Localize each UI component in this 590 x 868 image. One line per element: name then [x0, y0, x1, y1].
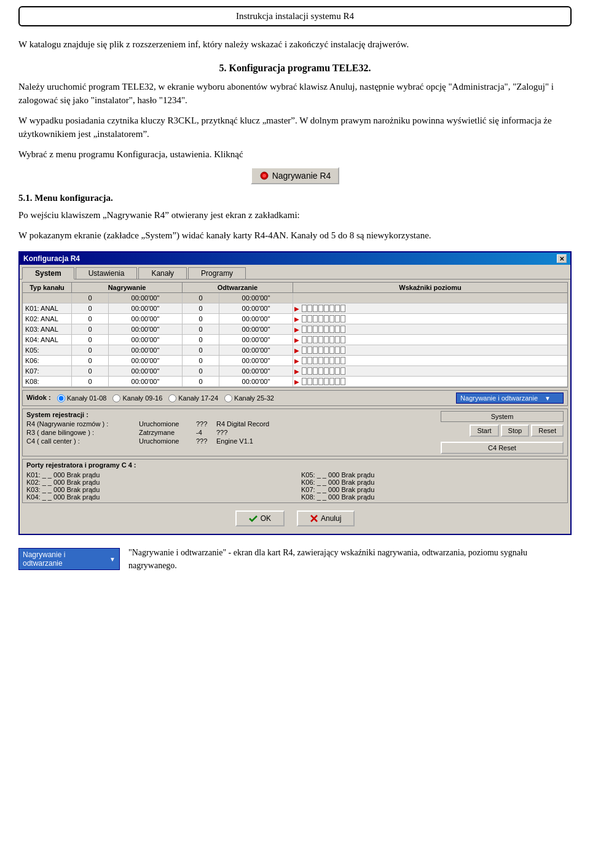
intro-text: W katalogu znajduje się plik z rozszerze…	[18, 37, 572, 52]
section5-text2: W wypadku posiadania czytnika kluczy R3C…	[18, 114, 572, 141]
dialog-bottom-buttons: OK Anuluj	[22, 506, 568, 531]
section5-text3: Wybrać z menu programu Konfiguracja, ust…	[18, 147, 572, 162]
ok-label: OK	[261, 514, 271, 523]
subhead-nag-time: 00:00'00"	[109, 293, 183, 303]
section51-title: 5.1. Menu konfiguracja.	[18, 193, 572, 203]
ok-button[interactable]: OK	[235, 510, 285, 526]
list-item: K06: _ _ 000 Brak prądu	[301, 479, 564, 486]
widok-section: Widok : Kanały 01-08 Kanały 09-16 Kanały…	[22, 390, 568, 406]
svg-point-1	[262, 174, 266, 178]
tab-ustawienia[interactable]: Ustawienia	[76, 267, 138, 279]
cancel-icon	[310, 515, 318, 522]
record-icon	[259, 171, 269, 181]
widok-label: Widok :	[26, 394, 51, 401]
sys-row-r3: R3 ( dane bilingowe ) : Zatrzymane -4 ??…	[26, 429, 437, 436]
list-item: K04: _ _ 000 Brak prądu	[26, 493, 289, 501]
list-item: K01: _ _ 000 Brak prądu	[26, 471, 289, 479]
radio-kanaly-25-32[interactable]: Kanały 25-32	[224, 394, 274, 402]
porty-label: Porty rejestratora i programy C 4 :	[26, 461, 564, 469]
col-typ-kanalu: Typ kanału	[23, 283, 72, 292]
radio-kanaly-09-16[interactable]: Kanały 09-16	[112, 394, 162, 402]
anuluj-label: Anuluj	[321, 514, 341, 523]
nagrywanie-btn-area: Nagrywanie R4	[18, 167, 572, 184]
checkmark-icon	[249, 515, 258, 522]
widok-dropdown[interactable]: Nagrywanie i odtwarzanie ▼	[456, 393, 564, 404]
system-rej-left: System rejestracji : R4 (Nagrywanie rozm…	[26, 411, 437, 454]
list-item: K02: _ _ 000 Brak prądu	[26, 479, 289, 486]
porty-right: K05: _ _ 000 Brak prądu K06: _ _ 000 Bra…	[301, 471, 564, 501]
table-row: K01: ANAL 0 00:00'00" 0 00:00'00" ▶	[23, 303, 567, 314]
subhead-odtw0: 0	[183, 293, 219, 303]
porty-section: Porty rejestratora i programy C 4 : K01:…	[22, 459, 568, 503]
dropdown-arrow-icon: ▼	[545, 395, 551, 402]
start-button[interactable]: Start	[470, 424, 498, 437]
system-rejestracji-section: System rejestracji : R4 (Nagrywanie rozm…	[22, 409, 568, 456]
table-row: K07: 0 00:00'00" 0 00:00'00" ▶	[23, 366, 567, 377]
sys-row-r4: R4 (Nagrywanie rozmów ) : Uruchomione ??…	[26, 420, 437, 428]
col-wskazniki: Wskaźniki poziomu	[293, 283, 567, 292]
list-item: K07: _ _ 000 Brak prądu	[301, 486, 564, 493]
section5-title: 5. Konfiguracja programu TELE32.	[18, 63, 572, 74]
table-row: K03: ANAL 0 00:00'00" 0 00:00'00" ▶	[23, 324, 567, 335]
anuluj-button[interactable]: Anuluj	[297, 510, 355, 526]
list-item: K08: _ _ 000 Brak prądu	[301, 493, 564, 501]
system-rej-right: System Start Stop Reset C4 Reset	[441, 411, 564, 454]
nagrywanie-dropdown-button[interactable]: Nagrywanie i odtwarzanie ▼	[18, 548, 120, 570]
porty-grid: K01: _ _ 000 Brak prądu K02: _ _ 000 Bra…	[26, 471, 564, 501]
nagrywanie-btn-label: Nagrywanie R4	[272, 171, 331, 181]
level-arrow-icon: ▶	[294, 305, 299, 312]
radio-kanaly-01-08[interactable]: Kanały 01-08	[57, 394, 107, 402]
col-odtwarzanie: Odtwarzanie	[183, 283, 293, 292]
level-indicator: ▶	[294, 303, 566, 313]
subhead-odtw-time: 00:00'00"	[219, 293, 293, 303]
dialog-tabs-bar: System Ustawienia Kanały Programy	[20, 265, 570, 280]
subhead-wskazniki	[293, 293, 567, 303]
table-row: K08: 0 00:00'00" 0 00:00'00" ▶	[23, 377, 567, 387]
table-row: K06: 0 00:00'00" 0 00:00'00" ▶	[23, 356, 567, 366]
sys-row-c4: C4 ( call center ) : Uruchomione ??? Eng…	[26, 437, 437, 445]
konfiguracja-dialog: Konfiguracja R4 ✕ System Ustawienia Kana…	[18, 251, 572, 535]
dialog-content: Typ kanału Nagrywanie Odtwarzanie Wskaźn…	[20, 280, 570, 534]
table-header-row2: 0 00:00'00" 0 00:00'00"	[23, 293, 567, 303]
section51-text2: W pokazanym ekranie (zakładce „System”) …	[18, 229, 572, 243]
table-row: K02: ANAL 0 00:00'00" 0 00:00'00" ▶	[23, 314, 567, 324]
channel-table: Typ kanału Nagrywanie Odtwarzanie Wskaźn…	[22, 282, 568, 388]
reset-button[interactable]: Reset	[531, 424, 564, 437]
section51-text: Po wejściu klawiszem „Nagrywanie R4” otw…	[18, 208, 572, 222]
tab-kanaly[interactable]: Kanały	[138, 267, 187, 279]
list-item: K05: _ _ 000 Brak prądu	[301, 471, 564, 479]
tab-programy[interactable]: Programy	[188, 267, 246, 279]
subhead-typ	[23, 293, 72, 303]
nagrywanie-dropdown-label: Nagrywanie i odtwarzanie	[23, 550, 106, 568]
list-item: K03: _ _ 000 Brak prądu	[26, 486, 289, 493]
system-label: System	[491, 413, 514, 420]
bottom-caption: "Nagrywanie i odtwarzanie" - ekran dla k…	[128, 546, 572, 572]
radio-kanaly-17-24[interactable]: Kanały 17-24	[168, 394, 218, 402]
table-row: K04: ANAL 0 00:00'00" 0 00:00'00" ▶	[23, 335, 567, 345]
c4-reset-button[interactable]: C4 Reset	[441, 442, 564, 454]
table-row: K05: 0 00:00'00" 0 00:00'00" ▶	[23, 345, 567, 356]
widok-radios: Kanały 01-08 Kanały 09-16 Kanały 17-24 K…	[57, 394, 274, 402]
nagrywanie-r4-button[interactable]: Nagrywanie R4	[251, 167, 340, 184]
dropdown-chevron-icon: ▼	[109, 556, 116, 563]
system-buttons-row: Start Stop Reset	[441, 424, 564, 437]
page-header: Instrukcja instalacji systemu R4	[18, 6, 572, 26]
dialog-title-bar: Konfiguracja R4 ✕	[20, 252, 570, 265]
table-header-row1: Typ kanału Nagrywanie Odtwarzanie Wskaźn…	[23, 283, 567, 293]
tab-system[interactable]: System	[22, 267, 74, 280]
bottom-nagrywanie-area: Nagrywanie i odtwarzanie ▼ "Nagrywanie i…	[18, 546, 572, 572]
widok-dropdown-label: Nagrywanie i odtwarzanie	[460, 394, 538, 402]
nagrywanie-bottom-dropdown[interactable]: Nagrywanie i odtwarzanie ▼	[18, 548, 120, 570]
dialog-title: Konfiguracja R4	[23, 254, 80, 263]
page-title: Instrukcja instalacji systemu R4	[236, 11, 354, 21]
system-rej-label: System rejestracji :	[26, 411, 437, 418]
subhead-nag0: 0	[72, 293, 109, 303]
stop-button[interactable]: Stop	[501, 424, 530, 437]
section5-text: Należy uruchomić program TELE32, w ekran…	[18, 80, 572, 108]
dialog-close-button[interactable]: ✕	[557, 254, 567, 263]
col-nagrywanie: Nagrywanie	[72, 283, 183, 292]
porty-left: K01: _ _ 000 Brak prądu K02: _ _ 000 Bra…	[26, 471, 289, 501]
